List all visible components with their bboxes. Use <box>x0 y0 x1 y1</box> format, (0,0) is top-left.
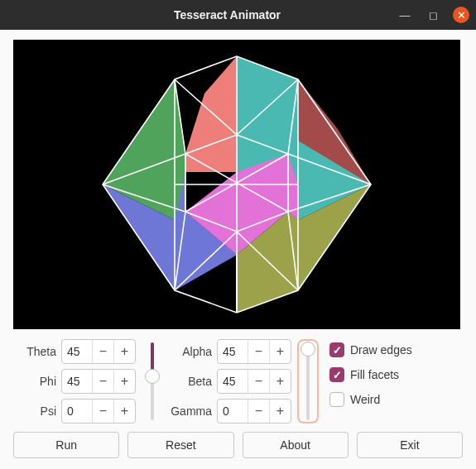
titlebar: Tesseract Animator — ◻ ✕ <box>0 0 476 30</box>
slider-4d-rotation[interactable] <box>301 342 315 420</box>
facet-red <box>185 56 237 172</box>
alpha-value[interactable]: 45 <box>218 345 248 358</box>
psi-spinbox[interactable]: 0 − + <box>61 399 136 424</box>
close-icon[interactable]: ✕ <box>453 7 469 23</box>
alpha-minus[interactable]: − <box>248 340 269 363</box>
beta-spinbox[interactable]: 45 − + <box>217 369 291 394</box>
fill-facets-label: Fill facets <box>350 368 399 381</box>
gamma-plus[interactable]: + <box>269 400 291 423</box>
angle-column-1: Theta 45 − + Phi 45 − + Psi 0 − <box>13 339 136 424</box>
gamma-minus[interactable]: − <box>248 400 269 423</box>
theta-label: Theta <box>13 345 56 358</box>
phi-plus[interactable]: + <box>113 370 135 393</box>
options-column: Draw edges Fill facets Weird <box>325 339 412 407</box>
run-button[interactable]: Run <box>13 432 119 458</box>
phi-label: Phi <box>13 375 56 388</box>
maximize-icon[interactable]: ◻ <box>425 7 441 23</box>
theta-value[interactable]: 45 <box>62 345 92 358</box>
minimize-icon[interactable]: — <box>397 7 413 23</box>
psi-minus[interactable]: − <box>92 400 113 423</box>
theta-minus[interactable]: − <box>92 340 113 363</box>
beta-minus[interactable]: − <box>248 370 269 393</box>
psi-plus[interactable]: + <box>113 400 135 423</box>
tesseract-canvas <box>13 40 460 329</box>
beta-value[interactable]: 45 <box>218 375 248 388</box>
weird-label: Weird <box>350 393 380 406</box>
weird-checkbox[interactable] <box>329 392 344 407</box>
psi-value[interactable]: 0 <box>62 404 92 418</box>
beta-label: Beta <box>169 375 212 388</box>
gamma-label: Gamma <box>169 404 212 418</box>
psi-label: Psi <box>13 404 56 418</box>
phi-value[interactable]: 45 <box>62 375 92 388</box>
theta-plus[interactable]: + <box>113 340 135 363</box>
alpha-plus[interactable]: + <box>269 340 291 363</box>
window-controls: — ◻ ✕ <box>397 7 469 23</box>
angle-column-2: Alpha 45 − + Beta 45 − + Gamma 0 <box>169 339 291 424</box>
fill-facets-checkbox[interactable] <box>329 367 344 382</box>
reset-button[interactable]: Reset <box>127 432 233 458</box>
alpha-label: Alpha <box>169 345 212 358</box>
draw-edges-label: Draw edges <box>350 343 412 357</box>
slider-3d-rotation[interactable] <box>145 342 160 420</box>
gamma-spinbox[interactable]: 0 − + <box>217 399 291 424</box>
window-title: Tesseract Animator <box>58 8 397 22</box>
gamma-value[interactable]: 0 <box>218 404 248 418</box>
beta-plus[interactable]: + <box>269 370 291 393</box>
phi-minus[interactable]: − <box>92 370 113 393</box>
draw-edges-checkbox[interactable] <box>329 342 344 357</box>
phi-spinbox[interactable]: 45 − + <box>61 369 136 394</box>
alpha-spinbox[interactable]: 45 − + <box>217 339 291 364</box>
theta-spinbox[interactable]: 45 − + <box>61 339 136 364</box>
about-button[interactable]: About <box>243 432 349 458</box>
exit-button[interactable]: Exit <box>357 432 463 458</box>
